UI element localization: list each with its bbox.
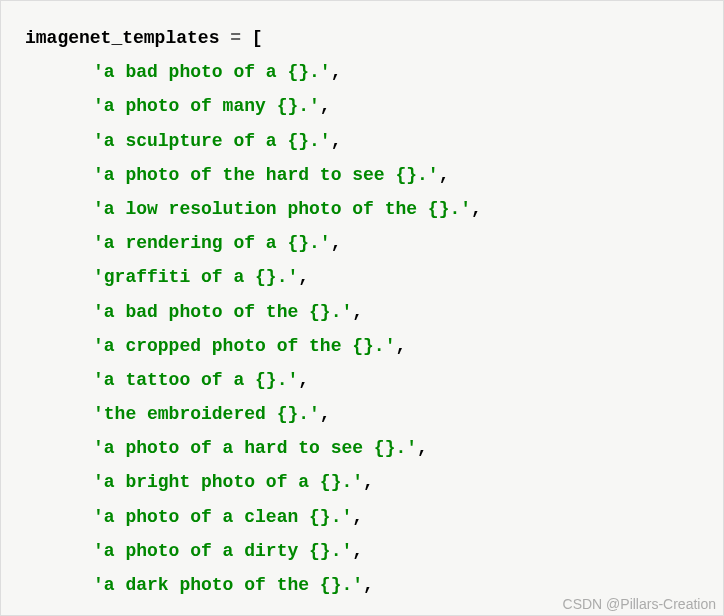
- code-line-item: 'graffiti of a {}.',: [25, 260, 703, 294]
- watermark: CSDN @Pillars-Creation: [563, 596, 716, 612]
- comma: ,: [352, 507, 363, 527]
- string-literal: 'a photo of the hard to see {}.': [93, 165, 439, 185]
- variable-name: imagenet_templates: [25, 28, 219, 48]
- code-line-item: 'a bad photo of the {}.',: [25, 295, 703, 329]
- comma: ,: [417, 438, 428, 458]
- string-literal: 'a photo of many {}.': [93, 96, 320, 116]
- code-line-item: 'a photo of many {}.',: [25, 89, 703, 123]
- comma: ,: [471, 199, 482, 219]
- code-line-item: 'a photo of the hard to see {}.',: [25, 158, 703, 192]
- comma: ,: [331, 62, 342, 82]
- code-block: imagenet_templates = [ 'a bad photo of a…: [0, 0, 724, 616]
- string-literal: 'a rendering of a {}.': [93, 233, 331, 253]
- code-line-item: 'a tattoo of a {}.',: [25, 363, 703, 397]
- code-line-item: 'a sculpture of a {}.',: [25, 124, 703, 158]
- string-literal: 'the embroidered {}.': [93, 404, 320, 424]
- code-line-item: 'a bright photo of a {}.',: [25, 465, 703, 499]
- comma: ,: [363, 472, 374, 492]
- string-literal: 'a cropped photo of the {}.': [93, 336, 395, 356]
- code-line-item: 'a photo of a clean {}.',: [25, 500, 703, 534]
- assign-operator: =: [219, 28, 251, 48]
- string-literal: 'a bad photo of the {}.': [93, 302, 352, 322]
- string-literal: 'a photo of a hard to see {}.': [93, 438, 417, 458]
- comma: ,: [320, 404, 331, 424]
- code-line-item: 'a rendering of a {}.',: [25, 226, 703, 260]
- string-literal: 'a photo of a clean {}.': [93, 507, 352, 527]
- code-line-item: 'the embroidered {}.',: [25, 397, 703, 431]
- code-line-item: 'a bad photo of a {}.',: [25, 55, 703, 89]
- comma: ,: [439, 165, 450, 185]
- comma: ,: [395, 336, 406, 356]
- comma: ,: [352, 541, 363, 561]
- string-literal: 'a dark photo of the {}.': [93, 575, 363, 595]
- comma: ,: [320, 96, 331, 116]
- comma: ,: [331, 233, 342, 253]
- open-bracket: [: [252, 28, 263, 48]
- code-line-item: 'a low resolution photo of the {}.',: [25, 192, 703, 226]
- string-literal: 'a photo of a dirty {}.': [93, 541, 352, 561]
- comma: ,: [298, 370, 309, 390]
- comma: ,: [331, 131, 342, 151]
- code-line-item: 'a photo of a hard to see {}.',: [25, 431, 703, 465]
- comma: ,: [352, 302, 363, 322]
- string-literal: 'a sculpture of a {}.': [93, 131, 331, 151]
- comma: ,: [298, 267, 309, 287]
- string-literal: 'a bright photo of a {}.': [93, 472, 363, 492]
- string-literal: 'a tattoo of a {}.': [93, 370, 298, 390]
- comma: ,: [363, 575, 374, 595]
- code-line-item: 'a cropped photo of the {}.',: [25, 329, 703, 363]
- string-literal: 'graffiti of a {}.': [93, 267, 298, 287]
- string-literal: 'a bad photo of a {}.': [93, 62, 331, 82]
- string-literal: 'a low resolution photo of the {}.': [93, 199, 471, 219]
- code-line-declaration: imagenet_templates = [: [25, 21, 703, 55]
- code-line-item: 'a photo of a dirty {}.',: [25, 534, 703, 568]
